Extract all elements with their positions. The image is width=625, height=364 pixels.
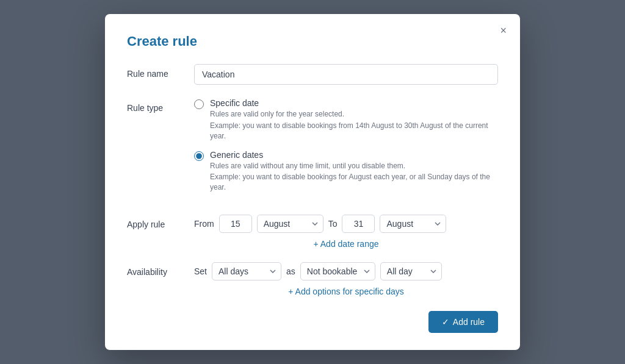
availability-selects-row: Set All days MondayTuesdayWednesday Thur… — [194, 262, 498, 280]
set-label: Set — [194, 266, 207, 276]
days-select[interactable]: All days MondayTuesdayWednesday Thursday… — [212, 262, 281, 280]
rule-type-row: Rule type Specific date Rules are valid … — [127, 98, 498, 201]
to-label: To — [328, 219, 338, 229]
time-select[interactable]: All day Morning Afternoon — [380, 262, 442, 280]
from-month-select[interactable]: August JanuaryFebruaryMarch AprilMayJune… — [257, 215, 323, 233]
as-label: as — [286, 266, 295, 276]
specific-date-title: Specific date — [210, 98, 498, 108]
availability-label: Availability — [127, 262, 194, 277]
specific-date-option[interactable]: Specific date Rules are valid only for t… — [194, 98, 498, 141]
to-month-select[interactable]: August JanuaryFebruaryMarch AprilMayJune… — [380, 215, 446, 233]
add-date-range-button[interactable]: + Add date range — [194, 239, 498, 249]
generic-dates-desc2: Example: you want to disable bookings fo… — [210, 172, 498, 193]
generic-dates-text: Generic dates Rules are valid without an… — [210, 150, 498, 193]
to-day-input[interactable] — [342, 215, 375, 233]
bookable-select[interactable]: Not bookable Bookable — [300, 262, 375, 280]
specific-date-desc2: Example: you want to disable bookings fr… — [210, 121, 498, 141]
generic-dates-option[interactable]: Generic dates Rules are valid without an… — [194, 150, 498, 193]
availability-row: Availability Set All days MondayTuesdayW… — [127, 262, 498, 296]
close-button[interactable]: × — [497, 24, 509, 37]
add-rule-label: Add rule — [453, 317, 485, 327]
rule-type-label: Rule type — [127, 98, 194, 113]
availability-content: Set All days MondayTuesdayWednesday Thur… — [194, 262, 498, 296]
from-label: From — [194, 219, 214, 229]
from-day-input[interactable] — [219, 215, 252, 233]
add-rule-button[interactable]: ✓ Add rule — [428, 311, 498, 333]
generic-dates-desc1: Rules are valid without any time limit, … — [210, 161, 498, 171]
modal-title: Create rule — [127, 34, 498, 49]
generic-dates-radio[interactable] — [194, 151, 204, 161]
rule-name-content — [194, 64, 498, 85]
rule-name-input[interactable] — [194, 64, 498, 85]
date-range-row: From August JanuaryFebruaryMarch AprilMa… — [194, 215, 498, 233]
rule-type-content: Specific date Rules are valid only for t… — [194, 98, 498, 201]
specific-date-radio[interactable] — [194, 99, 204, 109]
create-rule-modal: × Create rule Rule name Rule type Specif… — [105, 14, 520, 350]
generic-dates-title: Generic dates — [210, 150, 498, 160]
specific-date-desc1: Rules are valid only for the year select… — [210, 109, 498, 120]
add-options-button[interactable]: + Add options for specific days — [194, 287, 498, 296]
rule-name-label: Rule name — [127, 64, 194, 79]
modal-footer: ✓ Add rule — [127, 311, 498, 333]
apply-rule-label: Apply rule — [127, 215, 194, 229]
apply-rule-row: Apply rule From August JanuaryFebruaryMa… — [127, 215, 498, 249]
specific-date-text: Specific date Rules are valid only for t… — [210, 98, 498, 141]
apply-rule-content: From August JanuaryFebruaryMarch AprilMa… — [194, 215, 498, 249]
rule-name-row: Rule name — [127, 64, 498, 85]
check-icon: ✓ — [442, 317, 449, 327]
